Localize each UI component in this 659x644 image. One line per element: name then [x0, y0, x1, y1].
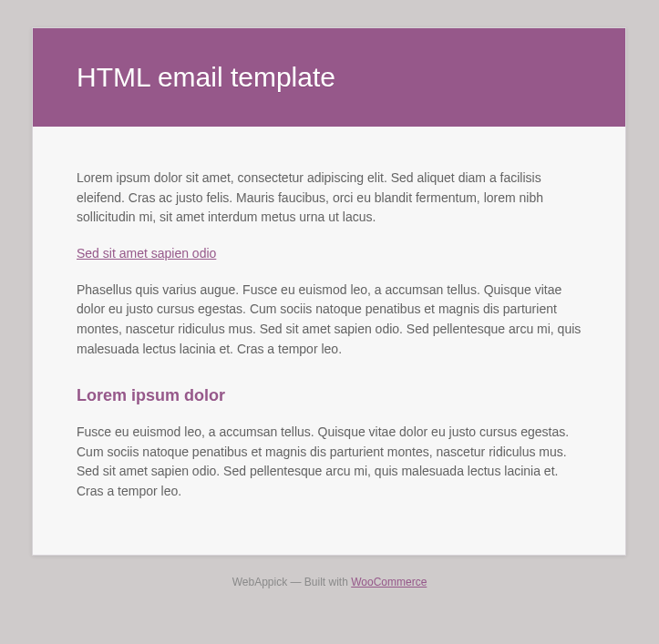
- footer-link[interactable]: WooCommerce: [351, 576, 427, 588]
- body-heading-2: Lorem ipsum dolor: [77, 385, 582, 406]
- body-link[interactable]: Sed sit amet sapien odio: [77, 246, 216, 261]
- body-paragraph-1: Lorem ipsum dolor sit amet, consectetur …: [77, 169, 582, 228]
- body-link-line: Sed sit amet sapien odio: [77, 244, 582, 264]
- body-paragraph-3: Fusce eu euismod leo, a accumsan tellus.…: [77, 423, 582, 502]
- email-title: HTML email template: [77, 61, 582, 94]
- page-wrapper: HTML email template Lorem ipsum dolor si…: [0, 0, 659, 588]
- email-card: HTML email template Lorem ipsum dolor si…: [32, 27, 626, 556]
- body-paragraph-2: Phasellus quis varius augue. Fusce eu eu…: [77, 281, 582, 360]
- email-body: Lorem ipsum dolor sit amet, consectetur …: [33, 127, 625, 555]
- footer-prefix: WebAppick — Built with: [232, 576, 352, 588]
- email-header: HTML email template: [33, 28, 625, 127]
- email-footer: WebAppick — Built with WooCommerce: [32, 556, 627, 588]
